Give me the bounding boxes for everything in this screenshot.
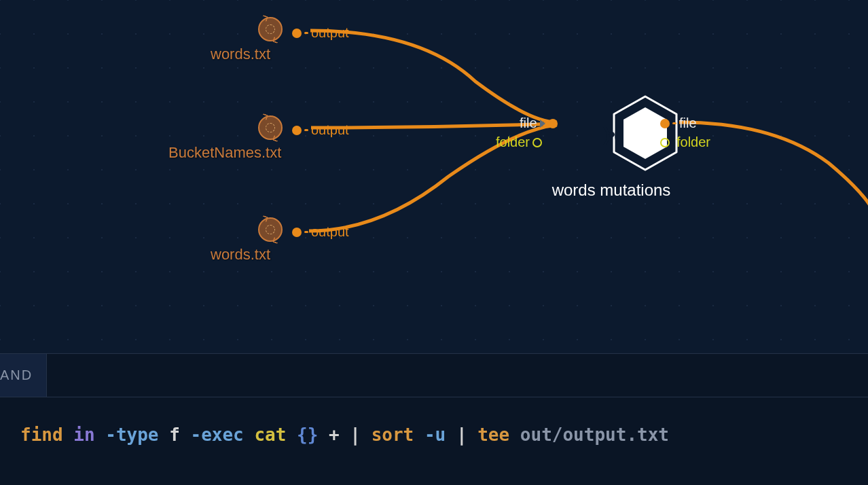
tab-row: AND — [0, 354, 868, 397]
cmd-token-type-val: f — [169, 425, 180, 445]
command-editor[interactable]: find in -type f -exec cat {} + | sort -u… — [0, 397, 868, 445]
output-port[interactable]: output — [292, 224, 349, 240]
port-label: folder — [676, 134, 710, 150]
words-mutations-node[interactable]: )•( words mutations — [577, 95, 645, 171]
node-label: words mutations — [543, 181, 679, 200]
port-dot-icon — [292, 29, 302, 38]
tab-command[interactable]: AND — [0, 354, 47, 397]
port-label: output — [311, 122, 349, 138]
tab-label: AND — [0, 367, 33, 383]
node-label: words.txt — [211, 46, 270, 63]
port-label: folder — [496, 134, 530, 150]
cmd-token-braces: {} — [297, 425, 318, 445]
port-dot-icon — [548, 119, 558, 128]
node-label: words.txt — [211, 246, 270, 264]
cmd-token-exec-flag: -exec — [191, 425, 244, 445]
port-label: file — [679, 115, 697, 131]
port-dot-icon — [292, 126, 302, 135]
cmd-token-find: find — [20, 425, 63, 445]
port-label: output — [311, 224, 349, 240]
port-label: file — [520, 115, 537, 131]
arrow-icon — [540, 120, 545, 128]
cmd-token-pipe: | — [456, 425, 467, 445]
port-circle-icon — [660, 138, 670, 147]
port-dash-icon — [304, 231, 308, 233]
port-dash-icon — [672, 122, 676, 124]
node-label: BucketNames.txt — [168, 144, 281, 162]
cmd-token-type-flag: -type — [105, 425, 158, 445]
hexagon-icon: )•( — [577, 95, 645, 171]
connection-wires — [0, 0, 868, 353]
port-dot-icon — [292, 228, 302, 237]
cmd-token-pipe: | — [350, 425, 361, 445]
bottom-panel: AND find in -type f -exec cat {} + | sor… — [0, 353, 868, 485]
port-dash-icon — [304, 129, 308, 131]
file-icon — [258, 115, 283, 140]
cmd-token-in: in — [73, 425, 94, 445]
output-file-port[interactable]: file — [660, 115, 697, 131]
file-icon — [258, 217, 283, 242]
port-dash-icon — [304, 32, 308, 34]
hex-glyph-icon: )•( — [604, 124, 619, 145]
output-port[interactable]: output — [292, 122, 349, 138]
port-circle-icon — [532, 138, 542, 147]
cmd-token-tee: tee — [477, 425, 509, 445]
output-port[interactable]: output — [292, 25, 349, 41]
workflow-canvas[interactable]: words.txt output BucketNames.txt output … — [0, 0, 868, 353]
file-icon — [258, 17, 283, 41]
cmd-token-sort: sort — [372, 425, 414, 445]
cmd-token-sort-flag: -u — [424, 425, 446, 445]
file-node-words-1[interactable]: words.txt output — [258, 17, 283, 41]
cmd-token-plus: + — [329, 425, 340, 445]
input-folder-port[interactable]: folder — [496, 134, 542, 150]
output-folder-port[interactable]: folder — [660, 134, 710, 150]
cmd-token-cat: cat — [254, 425, 286, 445]
port-dot-icon — [660, 119, 670, 128]
file-node-words-2[interactable]: words.txt output — [258, 217, 283, 242]
port-label: output — [311, 25, 349, 41]
cmd-token-path: out/output.txt — [520, 425, 669, 445]
input-file-port[interactable]: file — [520, 115, 558, 131]
file-node-bucketnames[interactable]: BucketNames.txt output — [258, 115, 283, 140]
